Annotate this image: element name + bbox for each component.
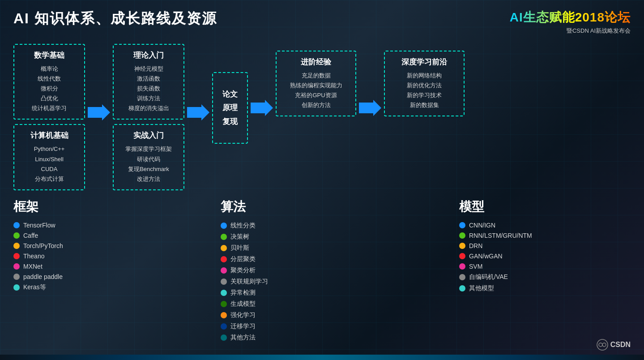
box-advanced: 进阶经验 充足的数据熟练的编程实现能力充裕的GPU资源创新的方法 — [276, 51, 356, 116]
frontier-items: 新的网络结构新的优化方法新的学习技术新的数据集 — [392, 71, 456, 110]
algorithms-block: 算法 线性分类 决策树 贝叶斯 分层聚类 — [221, 198, 392, 345]
list-item: GAN/wGAN — [459, 253, 631, 260]
list-item: 其他模型 — [459, 284, 631, 292]
item-label: 生成模型 — [230, 300, 256, 308]
dot-keras — [13, 284, 20, 291]
item-label: 其他模型 — [469, 284, 494, 292]
box-theory: 理论入门 神经元模型激活函数损失函数训练方法梯度的消失溢出 — [113, 44, 184, 120]
advanced-title: 进阶经验 — [284, 57, 348, 67]
dot-rl — [221, 312, 227, 318]
list-item: TensorFlow — [13, 222, 185, 229]
math-items: 概率论线性代数微积分凸优化统计机器学习 — [21, 64, 77, 113]
list-item: 其他方法 — [221, 334, 392, 342]
item-label: 聚类分析 — [230, 266, 256, 274]
list-item: 分层聚类 — [221, 255, 392, 263]
dot-tree — [221, 234, 227, 240]
practice-items: 掌握深度学习框架研读代码复现Benchmark改进方法 — [121, 144, 176, 184]
list-item: CNN/IGN — [459, 222, 631, 229]
svg-marker-1 — [187, 104, 209, 120]
models-list: CNN/IGN RNN/LSTM/GRU/NTM DRN GAN/wGAN SV… — [459, 222, 631, 296]
item-label: 贝叶斯 — [230, 244, 249, 252]
arrow-1 — [88, 104, 110, 129]
item-label: 线性分类 — [230, 222, 256, 230]
theory-items: 神经元模型激活函数损失函数训练方法梯度的消失溢出 — [121, 64, 176, 113]
theory-title: 理论入门 — [121, 50, 176, 60]
computer-items: Python/C++Linux/ShellCUDA分布式计算 — [21, 144, 77, 184]
list-item: 自编码机/VAE — [459, 273, 631, 281]
arrow-2 — [187, 104, 209, 129]
list-item: 关联规则学习 — [221, 278, 392, 286]
item-label: CNN/IGN — [469, 222, 495, 229]
list-item: Keras等 — [13, 283, 185, 291]
list-item: 生成模型 — [221, 300, 392, 308]
svg-marker-3 — [359, 100, 381, 116]
dot-other-model — [459, 285, 465, 291]
dot-rnn — [459, 232, 465, 239]
box-frontier: 深度学习前沿 新的网络结构新的优化方法新的学习技术新的数据集 — [384, 51, 465, 116]
frontier-title: 深度学习前沿 — [392, 57, 456, 67]
bottom-section: 框架 TensorFlow Caffe Torch/PyTorch Theano — [13, 198, 631, 345]
list-item: Torch/PyTorch — [13, 242, 185, 249]
models-label: 模型 — [459, 198, 631, 215]
box-computer: 计算机基础 Python/C++Linux/ShellCUDA分布式计算 — [13, 124, 85, 190]
dot-cluster — [221, 256, 227, 262]
list-item: paddle paddle — [13, 273, 185, 280]
arrow-4 — [359, 100, 381, 134]
list-item: RNN/LSTM/GRU/NTM — [459, 232, 631, 239]
logo-title: AI生态赋能2018论坛 — [510, 9, 631, 26]
bottom-strip — [0, 355, 644, 360]
logo-subtitle: 暨CSDN AI新战略发布会 — [567, 27, 631, 35]
flow-diagram: 数学基础 概率论线性代数微积分凸优化统计机器学习 计算机基础 Python/C+… — [13, 44, 631, 190]
dot-svm — [459, 263, 465, 270]
models-block: 模型 CNN/IGN RNN/LSTM/GRU/NTM DRN GAN/wGAN — [459, 198, 631, 345]
svg-point-6 — [602, 343, 606, 347]
dot-cluster2 — [221, 267, 227, 274]
item-label: 关联规则学习 — [230, 278, 268, 286]
item-label: SVM — [469, 263, 482, 270]
item-label: 迁移学习 — [230, 322, 256, 330]
math-title: 数学基础 — [21, 50, 77, 60]
dot-linear — [221, 223, 227, 229]
item-label: Caffe — [23, 232, 38, 239]
item-label: GAN/wGAN — [469, 253, 503, 260]
box-math: 数学基础 概率论线性代数微积分凸优化统计机器学习 — [13, 44, 85, 120]
dot-gan — [459, 253, 465, 259]
box-foundations: 数学基础 概率论线性代数微积分凸优化统计机器学习 计算机基础 Python/C+… — [13, 44, 85, 190]
frameworks-block: 框架 TensorFlow Caffe Torch/PyTorch Theano — [13, 198, 185, 345]
dot-gen — [221, 301, 227, 307]
item-label: DRN — [469, 242, 482, 249]
svg-marker-2 — [251, 100, 273, 116]
csdn-logo: CSDN — [596, 339, 631, 351]
item-label: 自编码机/VAE — [469, 273, 508, 281]
csdn-text: CSDN — [610, 341, 631, 349]
list-item: MXNet — [13, 263, 185, 270]
list-item: 聚类分析 — [221, 266, 392, 274]
csdn-icon: CSDN — [596, 339, 631, 351]
list-item: 线性分类 — [221, 222, 392, 230]
dot-anomaly — [221, 290, 227, 296]
advanced-items: 充足的数据熟练的编程实现能力充裕的GPU资源创新的方法 — [284, 71, 348, 110]
item-label: 分层聚类 — [230, 255, 256, 263]
list-item: DRN — [459, 242, 631, 249]
main-title: AI 知识体系、成长路线及资源 — [13, 9, 217, 29]
list-item: 迁移学习 — [221, 322, 392, 330]
dot-bayes — [221, 245, 227, 251]
arrow-3 — [251, 100, 273, 134]
item-label: Keras等 — [23, 283, 46, 291]
item-label: MXNet — [23, 263, 43, 270]
dot-drn — [459, 243, 465, 249]
logo-area: AI生态赋能2018论坛 暨CSDN AI新战略发布会 — [510, 9, 631, 35]
svg-point-5 — [599, 343, 602, 347]
paper-title: 论文原理复现 — [222, 88, 238, 129]
algorithms-list: 线性分类 决策树 贝叶斯 分层聚类 聚类分析 — [221, 222, 392, 345]
dot-theano — [13, 253, 20, 259]
item-label: Torch/PyTorch — [23, 242, 63, 249]
box-practice: 实战入门 掌握深度学习框架研读代码复现Benchmark改进方法 — [113, 124, 184, 190]
dot-paddle — [13, 274, 20, 280]
dot-cnn — [459, 222, 465, 228]
list-item: SVM — [459, 263, 631, 270]
list-item: 强化学习 — [221, 311, 392, 319]
list-item: 贝叶斯 — [221, 244, 392, 252]
list-item: Caffe — [13, 232, 185, 239]
dot-autoencoder — [459, 274, 465, 280]
